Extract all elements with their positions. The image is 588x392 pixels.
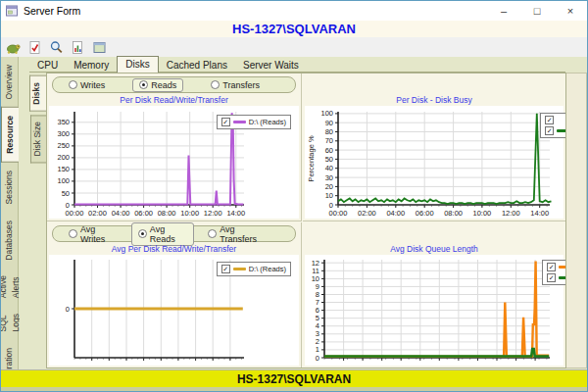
svg-text:14:00: 14:00: [226, 209, 245, 218]
task-check-icon[interactable]: [27, 40, 42, 55]
legend-checkbox[interactable]: ✓: [545, 126, 554, 135]
svg-text:10:00: 10:00: [473, 209, 492, 218]
svg-text:06:00: 06:00: [134, 209, 153, 218]
rwt-radio-group: Writes Reads Transfers: [52, 76, 296, 93]
avg-rwt-radio-group: Avg Writes Avg Reads Avg Transfers: [52, 225, 296, 242]
status-bar: HS-1327\SQLVARAN: [1, 369, 587, 387]
radio-reads-dot: [139, 80, 148, 89]
bottom-strip: [1, 387, 587, 391]
side-tab-strip: Overview Resource Sessions Databases Act…: [1, 57, 19, 369]
server-header: HS-1327\SQLVARAN: [1, 21, 587, 37]
chart-title-disk-busy: Per Disk - Disk Busy: [303, 94, 565, 106]
close-button[interactable]: ×: [554, 1, 587, 21]
tab-disk-size[interactable]: Disk Size: [30, 115, 46, 163]
legend-checkbox[interactable]: ✓: [221, 118, 230, 126]
svg-text:350: 350: [57, 118, 70, 126]
svg-text:50: 50: [325, 155, 333, 164]
tab-disks-inner[interactable]: Disks: [29, 75, 46, 112]
content-area: Overview Resource Sessions Databases Act…: [1, 57, 587, 369]
svg-text:300: 300: [57, 129, 70, 138]
legend-checkbox[interactable]: ✓: [545, 116, 554, 124]
svg-text:0: 0: [316, 354, 319, 363]
svg-text:Percentage %: Percentage %: [307, 135, 316, 181]
legend-item: ✓D:\ (Reads): [221, 118, 286, 126]
maximize-button[interactable]: □: [520, 1, 554, 21]
svg-text:3: 3: [316, 329, 319, 338]
avg-per-disk-rwt-legend: ✓D:\ (Reads): [217, 262, 291, 276]
svg-text:00:00: 00:00: [329, 209, 348, 218]
legend-item: ✓D:\: [545, 116, 565, 124]
svg-text:14:00: 14:00: [530, 209, 549, 218]
sidebar-item-sessions[interactable]: Sessions: [1, 163, 18, 213]
svg-text:11: 11: [312, 267, 319, 275]
legend-swatch: [557, 119, 565, 122]
sidebar-item-resource[interactable]: Resource: [1, 107, 19, 163]
svg-text:40: 40: [325, 164, 333, 172]
radio-avg-reads[interactable]: Avg Reads: [131, 222, 194, 246]
report-icon[interactable]: [71, 40, 85, 55]
radio-avg-writes-label: Avg Writes: [80, 224, 118, 244]
radio-writes[interactable]: Writes: [63, 79, 111, 91]
svg-text:5: 5: [316, 314, 319, 322]
svg-text:10: 10: [312, 274, 319, 283]
tab-cached-plans[interactable]: Cached Plans: [159, 58, 235, 73]
svg-text:08:00: 08:00: [158, 209, 176, 218]
legend-checkbox[interactable]: ✓: [547, 263, 556, 271]
radio-reads-label: Reads: [151, 80, 176, 90]
svg-text:150: 150: [57, 165, 70, 173]
panel-avg-per-disk-rwt: Avg Writes Avg Reads Avg Transfers Avg P…: [47, 222, 302, 368]
minimize-button[interactable]: –: [487, 1, 520, 21]
connect-icon[interactable]: [6, 40, 21, 55]
svg-text:90: 90: [325, 119, 333, 127]
legend-checkbox[interactable]: ✓: [547, 273, 556, 282]
svg-text:100: 100: [57, 176, 70, 185]
svg-text:80: 80: [325, 127, 333, 136]
svg-text:20: 20: [325, 182, 333, 191]
svg-text:10: 10: [325, 191, 333, 200]
per-disk-rwt-legend: ✓D:\ (Reads): [217, 115, 291, 129]
legend-checkbox[interactable]: ✓: [221, 265, 230, 273]
svg-text:50: 50: [62, 189, 70, 198]
radio-avg-transfers-dot: [208, 229, 217, 238]
window-icon[interactable]: [92, 40, 107, 55]
radio-avg-transfers[interactable]: Avg Transfers: [202, 223, 273, 245]
svg-text:30: 30: [325, 173, 333, 182]
svg-text:60: 60: [325, 146, 333, 155]
panel-avg-disk-queue: Avg Disk Queue Length 0123456789101112 ✓…: [303, 222, 565, 368]
panel-disk-busy: Per Disk - Disk Busy 0102030405060708090…: [303, 74, 565, 221]
tab-cpu[interactable]: CPU: [29, 58, 66, 73]
legend-item: ✓Total: [545, 126, 565, 135]
sidebar-item-overview[interactable]: Overview: [1, 57, 18, 107]
tab-disks[interactable]: Disks: [117, 56, 158, 73]
radio-avg-writes[interactable]: Avg Writes: [63, 223, 123, 245]
radio-transfers-label: Transfers: [222, 80, 260, 90]
tab-server-waits[interactable]: Server Waits: [235, 58, 307, 73]
server-form-window: Server Form – □ × HS-1327\SQLVARAN: [0, 0, 588, 392]
radio-avg-reads-label: Avg Reads: [150, 224, 187, 244]
legend-swatch: [559, 276, 565, 279]
chart-title-per-disk-rwt: Per Disk Read/Write/Transfer: [47, 94, 301, 106]
legend-swatch: [233, 121, 246, 123]
radio-avg-transfers-label: Avg Transfers: [220, 224, 268, 244]
legend-swatch: [559, 266, 565, 269]
resource-tabs: CPU Memory Disks Cached Plans Server Wai…: [29, 57, 307, 73]
radio-reads[interactable]: Reads: [132, 78, 183, 92]
sidebar-item-databases[interactable]: Databases: [1, 213, 18, 269]
tab-memory[interactable]: Memory: [66, 58, 117, 73]
svg-text:02:00: 02:00: [88, 209, 107, 218]
svg-text:12: 12: [312, 259, 319, 268]
svg-text:12:00: 12:00: [204, 209, 222, 218]
window-title: Server Form: [24, 5, 80, 17]
legend-item: ✓D:\ (Reads): [221, 265, 286, 273]
avg-disk-queue-legend: ✓D:\✓Total: [542, 260, 565, 285]
avg-disk-queue-chart: 0123456789101112: [305, 255, 564, 366]
chart-title-avg-per-disk-rwt: Avg Per Disk Read/Write/Transfer: [47, 243, 301, 255]
svg-text:2: 2: [316, 337, 319, 346]
svg-text:7: 7: [316, 298, 319, 307]
radio-transfers[interactable]: Transfers: [205, 79, 266, 91]
radio-writes-dot: [69, 80, 77, 89]
search-icon[interactable]: [49, 40, 64, 55]
svg-text:4: 4: [316, 321, 319, 330]
disk-tab-strip: Disks Disk Size: [29, 75, 46, 163]
toolbar: [1, 37, 587, 57]
